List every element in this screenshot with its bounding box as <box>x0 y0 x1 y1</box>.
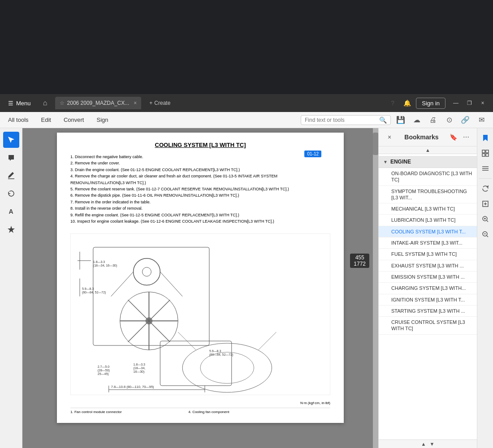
viewer-scrollbar[interactable] <box>373 128 378 448</box>
step-7: 7. Remove in the order indicated in the … <box>70 199 330 205</box>
bookmark-item-5[interactable]: INTAKE-AIR SYSTEM [L3 WIT... <box>379 237 477 249</box>
close-button[interactable]: × <box>476 96 489 110</box>
rotate-tool-button[interactable] <box>3 185 19 202</box>
diagram-note: N·m (kgf·cm, in·lbf) <box>70 401 330 405</box>
bookmarks-list[interactable]: ▼ ENGINE ON-BOARD DIAGNOSTIC [L3 WITH TC… <box>379 154 477 439</box>
share-link-button[interactable]: 🔗 <box>459 114 471 126</box>
document-viewer[interactable]: DEMO COOLING SYSTEM [L3 WITH TC] 01-12 1… <box>22 128 378 448</box>
bookmark-item-9[interactable]: CHARGING SYSTEM [L3 WITH... <box>379 283 477 294</box>
svg-line-55 <box>487 236 488 237</box>
scroll-down-arrow[interactable]: ▼ <box>430 441 435 447</box>
step-8: 8. Install in the reverse order of remov… <box>70 205 330 211</box>
step-3: 3. Drain the engine coolant. (See 01-12-… <box>70 167 330 173</box>
svg-line-11 <box>128 300 149 321</box>
menu-button[interactable]: ☰ Menu <box>4 98 35 108</box>
svg-point-36 <box>182 343 272 392</box>
svg-text:7.8—10.8 (80—110, 70—95): 7.8—10.8 (80—110, 70—95) <box>111 385 154 389</box>
more-options-button[interactable]: ⋯ <box>461 132 471 142</box>
bookmark-item-2[interactable]: MECHANICAL [L3 WITH TC] <box>379 203 477 215</box>
svg-text:5.9—8.3: 5.9—8.3 <box>82 287 94 290</box>
search-input-wrap[interactable]: 🔍 <box>301 115 391 125</box>
bookmark-item-3[interactable]: LUBRICATION [L3 WITH TC] <box>379 215 477 226</box>
notifications-button[interactable]: 🔔 <box>402 98 412 108</box>
cloud-sync-button[interactable]: ☁ <box>411 114 423 126</box>
sign-button[interactable]: Sign <box>94 115 111 125</box>
svg-line-16 <box>160 272 182 297</box>
select-tool-button[interactable] <box>3 132 19 148</box>
bookmarks-panel: × Bookmarks 🔖 ⋯ ▲ ▼ ENGINE ON-BOARD DIAG… <box>378 128 477 448</box>
svg-text:16—30): 16—30) <box>134 370 145 374</box>
convert-button[interactable]: Convert <box>61 115 87 125</box>
panel-header-icons: 🔖 ⋯ <box>448 132 471 142</box>
bookmark-item-1[interactable]: SYMPTOM TROUBLESHOOTING [L3 WIT... <box>379 186 477 204</box>
save-button[interactable]: 💾 <box>394 114 407 126</box>
svg-line-9 <box>149 321 170 342</box>
svg-rect-41 <box>486 150 489 153</box>
minimize-button[interactable]: — <box>449 96 463 110</box>
search-input[interactable] <box>305 117 376 123</box>
edit-text-tool-button[interactable] <box>3 168 19 184</box>
svg-text:1.8—3.3: 1.8—3.3 <box>134 363 145 366</box>
fit-page-button[interactable] <box>479 198 492 210</box>
right-icons-bar <box>477 128 493 448</box>
section-arrow-icon: ▼ <box>383 159 388 164</box>
panel-title: Bookmarks <box>404 134 438 141</box>
bookmark-item-8[interactable]: EMISSION SYSTEM [L3 WITH ... <box>379 271 477 283</box>
restore-button[interactable]: ❐ <box>463 96 476 110</box>
svg-text:(60—84, 52—72): (60—84, 52—72) <box>209 353 233 357</box>
bookmark-item-10[interactable]: IGNITION SYSTEM [L3 WITH T... <box>379 294 477 306</box>
current-page: 455 <box>355 254 364 261</box>
tab-star-icon[interactable]: ☆ <box>60 100 65 106</box>
svg-text:(28—50): (28—50) <box>98 369 110 372</box>
action-tool-button[interactable] <box>3 221 19 237</box>
layers-sidebar-button[interactable] <box>479 162 492 175</box>
scroll-up-button[interactable]: ▲ <box>379 146 477 154</box>
menu-label: Menu <box>16 100 31 107</box>
svg-text:25—45): 25—45) <box>98 372 109 376</box>
bookmark-item-0[interactable]: ON-BOARD DIAGNOSTIC [L3 WITH TC] <box>379 168 477 186</box>
title-bar-left: ☰ Menu ⌂ ☆ 2006 2009_MAZDA_CX... × + Cre… <box>4 97 384 109</box>
engine-section-header[interactable]: ▼ ENGINE <box>379 156 477 168</box>
refresh-button[interactable] <box>479 182 492 195</box>
edit-button[interactable]: Edit <box>39 115 54 125</box>
bookmark-item-7[interactable]: EXHAUST SYSTEM [L3 WITH ... <box>379 260 477 271</box>
bookmark-item-12[interactable]: CRUISE CONTROL SYSTEM [L3 WITH TC] <box>379 317 477 335</box>
search-icon[interactable]: 🔍 <box>379 116 387 124</box>
comment-tool-button[interactable] <box>3 150 19 166</box>
email-button[interactable]: ✉ <box>475 114 488 126</box>
zoom-out-button[interactable] <box>479 228 492 241</box>
bookmark-item-6[interactable]: FUEL SYSTEM [L3 WITH TC] <box>379 249 477 260</box>
new-tab-button[interactable]: + Create <box>145 98 175 108</box>
step-6: 6. Remove the dipstick pipe. (See 01-11-… <box>70 192 330 198</box>
svg-line-39 <box>259 332 277 350</box>
bookmark-icon-button[interactable]: 🔖 <box>448 132 459 142</box>
svg-rect-12 <box>160 341 231 386</box>
scroll-up-arrow[interactable]: ▲ <box>421 441 426 447</box>
panel-scroll-controls: ▲ ▼ <box>379 439 477 448</box>
home-button[interactable]: ⌂ <box>39 97 52 109</box>
bookmark-item-4[interactable]: COOLING SYSTEM [L3 WITH T... <box>379 226 477 237</box>
ocr-tool-button[interactable]: A <box>3 203 19 220</box>
svg-line-15 <box>111 272 134 297</box>
search-area: 🔍 💾 ☁ 🖨 ⊙ 🔗 ✉ <box>301 114 488 126</box>
left-sidebar: A <box>0 128 22 448</box>
sign-in-button[interactable]: Sign in <box>416 98 445 109</box>
print-button[interactable]: 🖨 <box>427 114 439 126</box>
zoom-fit-button[interactable]: ⊙ <box>443 114 455 126</box>
scrollbar-thumb[interactable] <box>373 133 378 155</box>
svg-text:(18—34,: (18—34, <box>134 366 146 370</box>
close-panel-button[interactable]: × <box>384 132 395 142</box>
divider <box>479 178 492 179</box>
hamburger-icon: ☰ <box>8 100 13 107</box>
bookmarks-sidebar-button[interactable] <box>479 132 492 144</box>
help-button[interactable]: ? <box>387 98 398 108</box>
zoom-in-button[interactable] <box>479 213 492 225</box>
bookmark-item-11[interactable]: STARTING SYSTEM [L3 WITH ... <box>379 306 477 317</box>
thumbnails-sidebar-button[interactable] <box>479 147 492 159</box>
tab-close-icon[interactable]: × <box>134 100 137 106</box>
svg-line-10 <box>128 321 149 342</box>
svg-rect-40 <box>482 150 485 153</box>
all-tools-button[interactable]: All tools <box>5 115 31 125</box>
document-tab[interactable]: ☆ 2006 2009_MAZDA_CX... × <box>55 97 142 109</box>
section-title: ENGINE <box>390 159 411 165</box>
